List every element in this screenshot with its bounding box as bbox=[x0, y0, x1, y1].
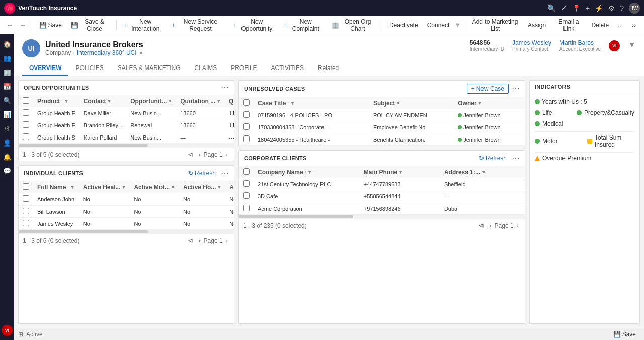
cc-col-name[interactable]: Company Name ↑ ▼ bbox=[254, 166, 360, 178]
case-row1-check[interactable] bbox=[239, 109, 254, 121]
user-avatar[interactable]: JW bbox=[629, 3, 640, 14]
tab-overview[interactable]: OVERVIEW bbox=[22, 61, 68, 76]
opp-col-quotation2[interactable]: Quotation ... ▼ bbox=[225, 95, 234, 107]
opp-row3-contact[interactable]: Karen Pollard bbox=[79, 131, 126, 144]
deactivate-button[interactable]: Deactivate bbox=[385, 20, 422, 31]
ic-next-page[interactable]: › bbox=[224, 236, 230, 245]
sidebar-settings[interactable]: ⚙ bbox=[2, 123, 13, 134]
ic-col-health[interactable]: Active Heal... ▼ bbox=[79, 181, 130, 193]
cc-row1-check[interactable] bbox=[239, 178, 254, 190]
save-close-button[interactable]: 💾 Save & Close bbox=[67, 16, 113, 34]
primary-contact-value[interactable]: James Wesley bbox=[512, 39, 551, 46]
sidebar-user[interactable]: 👤 bbox=[2, 137, 13, 148]
tab-sales-marketing[interactable]: SALES & MARKETING bbox=[111, 61, 188, 76]
cc-select-all[interactable] bbox=[243, 168, 250, 175]
opp-scrollbar-thumb[interactable] bbox=[19, 144, 148, 147]
ic-row1-name[interactable]: Anderson John bbox=[33, 193, 79, 206]
opp-row2-product[interactable]: Group Health E bbox=[33, 119, 79, 131]
account-exec-value[interactable]: Martin Baros bbox=[559, 39, 601, 46]
cc-row2-check[interactable] bbox=[239, 190, 254, 202]
connect-button[interactable]: Connect bbox=[423, 20, 454, 31]
more-actions-button[interactable]: ... bbox=[614, 20, 627, 31]
add-icon[interactable]: + bbox=[586, 4, 590, 12]
case-col-owner[interactable]: Owner ▼ bbox=[454, 97, 525, 109]
cc-row3-name[interactable]: Acme Corporation bbox=[254, 202, 360, 215]
ic-row2-name[interactable]: Bill Lawson bbox=[33, 206, 79, 218]
case-row3-check[interactable] bbox=[239, 133, 254, 146]
opp-first-page[interactable]: ⊲ bbox=[186, 150, 195, 159]
tab-profile[interactable]: PROFILE bbox=[224, 61, 264, 76]
opp-col-quotation1[interactable]: Quotation ... ▼ bbox=[176, 95, 225, 107]
forward-button[interactable]: → bbox=[17, 18, 28, 32]
cc-col-address[interactable]: Address 1:... ▼ bbox=[440, 166, 525, 178]
opp-row3-product[interactable]: Group Health S bbox=[33, 131, 79, 144]
sidebar-accounts[interactable]: 🏢 bbox=[2, 66, 13, 78]
cc-scrollbar[interactable] bbox=[239, 215, 525, 219]
sidebar-home[interactable]: 🏠 bbox=[2, 38, 13, 49]
opp-row2-contact[interactable]: Brandon Riley... bbox=[79, 119, 126, 131]
expand-chevron[interactable]: ▼ bbox=[628, 40, 636, 49]
case-row2-check[interactable] bbox=[239, 121, 254, 133]
ic-col-home[interactable]: Active Ho... ▼ bbox=[179, 181, 225, 193]
opp-prev-page[interactable]: ‹ bbox=[196, 150, 202, 159]
corp-clients-more[interactable]: ⋯ bbox=[512, 154, 520, 162]
cc-row2-name[interactable]: 3D Cafe bbox=[254, 190, 360, 202]
new-interaction-button[interactable]: + New Interaction bbox=[119, 16, 167, 34]
search-icon[interactable]: 🔍 bbox=[547, 4, 556, 12]
help-icon[interactable]: ? bbox=[620, 4, 624, 12]
collapse-button[interactable]: ›› bbox=[628, 20, 640, 30]
opp-col-product[interactable]: Product ↑ ▼ bbox=[33, 95, 79, 107]
ic-prev-page[interactable]: ‹ bbox=[196, 236, 202, 245]
case-checkbox-header[interactable] bbox=[239, 97, 254, 109]
tab-activities[interactable]: ACTIVITIES bbox=[264, 61, 311, 76]
case-select-all[interactable] bbox=[243, 99, 250, 106]
new-service-button[interactable]: + New Service Request bbox=[168, 16, 228, 34]
opp-col-opportunity[interactable]: Opportunit... ▼ bbox=[126, 95, 176, 107]
cc-first-page[interactable]: ⊲ bbox=[476, 221, 486, 230]
ic-checkbox-header[interactable] bbox=[19, 181, 33, 193]
new-complaint-button[interactable]: + New Complaint bbox=[280, 16, 327, 34]
sidebar-contacts[interactable]: 👥 bbox=[2, 52, 13, 63]
cases-more[interactable]: ⋯ bbox=[512, 85, 520, 93]
ic-col-name[interactable]: Full Name ↑ ▼ bbox=[33, 181, 79, 193]
location-icon[interactable]: 📍 bbox=[572, 4, 581, 12]
ic-scrollbar[interactable] bbox=[19, 230, 234, 234]
case-row2-id[interactable]: 170330004358 - Corporate - bbox=[254, 121, 369, 133]
sidebar-notifications[interactable]: 🔔 bbox=[2, 151, 13, 162]
filter-icon[interactable]: ⚡ bbox=[595, 4, 603, 12]
cc-next-page[interactable]: › bbox=[515, 221, 521, 230]
ic-row2-check[interactable] bbox=[19, 206, 33, 218]
delete-button[interactable]: Delete bbox=[588, 20, 613, 31]
cc-row1-name[interactable]: 21st Century Technology PLC bbox=[254, 178, 360, 190]
ic-first-page[interactable]: ⊲ bbox=[186, 236, 195, 245]
opp-row1-check[interactable] bbox=[19, 107, 33, 119]
opp-scrollbar[interactable] bbox=[19, 144, 234, 148]
ic-row3-name[interactable]: James Wesley bbox=[33, 218, 79, 230]
ic-scrollbar-thumb[interactable] bbox=[19, 230, 148, 233]
back-button[interactable]: ← bbox=[4, 18, 16, 32]
ic-col-pa[interactable]: Active PA I... bbox=[225, 181, 234, 193]
expand-icon[interactable]: ⊞ bbox=[18, 331, 23, 338]
opp-select-all[interactable] bbox=[23, 97, 29, 104]
tab-related[interactable]: Related bbox=[311, 61, 346, 76]
tab-claims[interactable]: CLAIMS bbox=[188, 61, 224, 76]
case-col-subject[interactable]: Subject ▼ bbox=[369, 97, 454, 109]
opp-next-page[interactable]: › bbox=[224, 150, 230, 159]
sidebar-reports[interactable]: 📊 bbox=[2, 109, 13, 120]
opp-row2-check[interactable] bbox=[19, 119, 33, 131]
opp-row1-contact[interactable]: Dave Miller bbox=[79, 107, 126, 119]
ic-row3-check[interactable] bbox=[19, 218, 33, 230]
ic-select-all[interactable] bbox=[23, 183, 29, 190]
add-marketing-button[interactable]: Add to Marketing List bbox=[467, 16, 523, 34]
case-col-title[interactable]: Case Title ↑ ▼ bbox=[254, 97, 369, 109]
status-save-button[interactable]: 💾 Save bbox=[609, 329, 640, 340]
cc-scrollbar-thumb[interactable] bbox=[239, 215, 353, 218]
opp-row1-product[interactable]: Group Health E bbox=[33, 107, 79, 119]
sidebar-bottom-avatar[interactable]: VI bbox=[2, 325, 13, 336]
opp-col-contact[interactable]: Contact ▼ bbox=[79, 95, 126, 107]
cc-row3-check[interactable] bbox=[239, 202, 254, 215]
connect-dropdown[interactable]: ▼ bbox=[454, 21, 461, 29]
new-opportunity-button[interactable]: + New Opportunity bbox=[229, 16, 279, 34]
check-icon[interactable]: ✓ bbox=[561, 4, 567, 12]
case-row3-id[interactable]: 180424005355 - Healthcare - bbox=[254, 133, 369, 146]
